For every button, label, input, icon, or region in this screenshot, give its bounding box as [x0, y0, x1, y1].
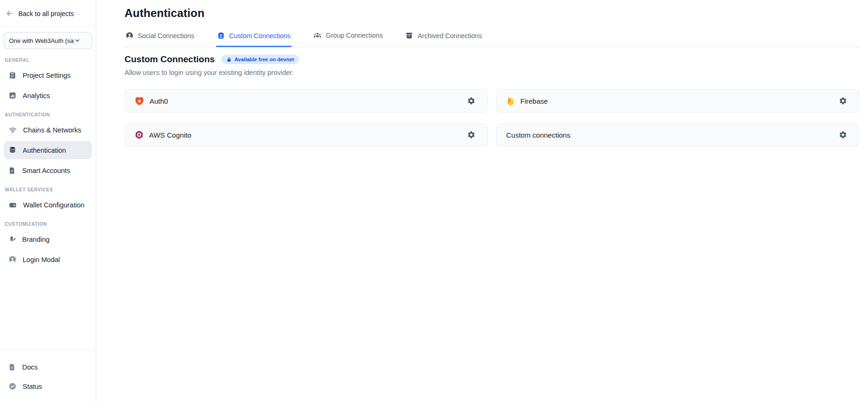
sidebar-item-project-settings[interactable]: Project Settings — [4, 66, 92, 84]
wifi-icon — [8, 126, 17, 134]
gear-icon — [467, 97, 476, 105]
section-header: Custom Connections Available free on dev… — [125, 54, 860, 65]
devnet-badge: Available free on devnet — [221, 55, 299, 64]
sidebar-item-chains-networks[interactable]: Chains & Networks — [4, 121, 92, 139]
tab-label: Group Connections — [326, 32, 383, 39]
sidebar-item-smart-accounts[interactable]: Smart Accounts — [4, 161, 92, 180]
sidebar-item-label: Wallet Configuration — [23, 201, 84, 209]
project-selector-value: One with Web3Auth (sap — [9, 37, 74, 44]
tab-social-connections[interactable]: Social Connections — [125, 31, 195, 47]
auth0-logo — [134, 96, 144, 106]
sidebar-item-branding[interactable]: Branding — [4, 230, 92, 248]
auth0-settings-button[interactable] — [465, 94, 478, 107]
user-group-icon — [313, 31, 322, 40]
card-aws-cognito[interactable]: AWS Cognito — [125, 123, 488, 147]
sidebar-item-label: Analytics — [23, 92, 50, 99]
aws-cognito-settings-button[interactable] — [465, 128, 478, 141]
gear-icon — [467, 131, 476, 139]
sidebar-item-label: Login Modal — [23, 256, 60, 263]
card-auth0[interactable]: Auth0 — [125, 89, 488, 113]
tab-group-connections[interactable]: Group Connections — [312, 30, 384, 47]
card-firebase[interactable]: Firebase — [496, 89, 860, 113]
section-label-general: GENERAL — [0, 51, 96, 65]
card-custom-connections[interactable]: Custom connections — [496, 123, 860, 147]
sidebar-item-docs[interactable]: Docs — [4, 358, 92, 376]
bar-chart-icon — [8, 91, 17, 99]
chevron-down-icon — [74, 37, 81, 44]
check-circle-icon — [8, 382, 17, 390]
sidebar-item-label: Smart Accounts — [22, 167, 70, 174]
sidebar-item-label: Chains & Networks — [23, 126, 81, 134]
wallet-icon — [8, 201, 17, 209]
tab-label: Custom Connections — [229, 32, 291, 40]
arrow-left-icon — [6, 9, 14, 17]
sidebar-footer: Docs Status — [0, 350, 96, 400]
stack-icon — [8, 146, 17, 154]
sidebar-item-label: Status — [23, 383, 42, 390]
gear-icon — [839, 97, 847, 105]
custom-connections-settings-button[interactable] — [836, 128, 850, 141]
tab-bar: Social Connections Custom Connections Gr… — [125, 30, 860, 47]
sidebar-item-label: Project Settings — [23, 72, 71, 79]
sidebar-item-label: Docs — [22, 363, 38, 371]
gear-icon — [839, 131, 847, 139]
sidebar-item-label: Authentication — [23, 147, 66, 154]
sidebar-item-label: Branding — [22, 236, 50, 243]
sidebar-item-authentication[interactable]: Authentication — [4, 141, 92, 159]
sidebar-item-login-modal[interactable]: Login Modal — [4, 250, 92, 269]
tab-label: Social Connections — [138, 32, 194, 40]
user-circle-icon — [125, 32, 134, 40]
project-selector[interactable]: One with Web3Auth (sap — [4, 32, 92, 49]
card-label: Auth0 — [150, 97, 168, 105]
sidebar-item-status[interactable]: Status — [4, 377, 92, 395]
sidebar-item-wallet-configuration[interactable]: Wallet Configuration — [4, 196, 92, 214]
clipboard-icon — [8, 71, 17, 79]
firebase-logo — [506, 97, 515, 106]
section-label-authentication: AUTHENTICATION — [0, 106, 96, 120]
badge-label: Available free on devnet — [234, 57, 294, 62]
document-icon — [8, 363, 16, 371]
archive-box-icon — [405, 32, 413, 40]
section-label-wallet-services: WALLET SERVICES — [0, 181, 96, 195]
card-label: Firebase — [520, 97, 548, 105]
connection-cards-grid: Auth0 Firebase — [125, 89, 860, 147]
lock-icon — [226, 57, 232, 62]
user-circle-icon — [8, 255, 17, 263]
firebase-settings-button[interactable] — [836, 94, 850, 107]
sidebar: Back to all projects One with Web3Auth (… — [0, 0, 96, 403]
aws-cognito-logo — [134, 130, 144, 140]
tab-archived-connections[interactable]: Archived Connections — [404, 31, 483, 47]
card-label: AWS Cognito — [149, 131, 191, 139]
app-window: Back to all projects One with Web3Auth (… — [0, 0, 868, 403]
sidebar-spacer — [0, 270, 96, 350]
section-label-customization: CUSTOMIZATION — [0, 215, 96, 229]
card-label: Custom connections — [506, 131, 570, 139]
paint-brush-icon — [8, 236, 16, 243]
section-heading: Custom Connections — [125, 54, 215, 65]
document-icon — [8, 167, 16, 174]
tab-label: Archived Connections — [417, 32, 482, 40]
back-label: Back to all projects — [18, 10, 74, 17]
tab-custom-connections[interactable]: Custom Connections — [216, 31, 292, 47]
sidebar-item-analytics[interactable]: Analytics — [4, 86, 92, 105]
back-to-projects-link[interactable]: Back to all projects — [0, 0, 96, 26]
section-description: Allow users to login using your existing… — [125, 69, 860, 76]
id-badge-icon — [217, 32, 225, 40]
main-content: Authentication Social Connections Custom… — [96, 0, 868, 403]
sidebar-nav: GENERAL Project Settings Analytics AUTHE… — [0, 51, 96, 403]
page-title: Authentication — [125, 7, 860, 20]
